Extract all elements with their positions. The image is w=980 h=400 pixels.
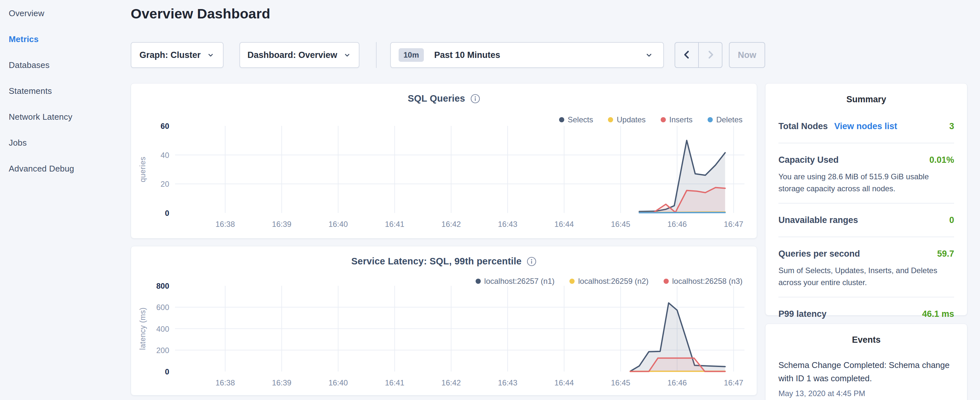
summary-row-label: Queries per second (778, 249, 860, 259)
summary-row-label: Unavailable ranges (778, 215, 858, 225)
x-tick-label: 16:39 (272, 378, 291, 387)
sql-queries-chart-card: SQL Queries SelectsUpdatesInsertsDeletes… (131, 83, 757, 239)
divider (778, 203, 954, 204)
summary-row-value: 0.01% (929, 155, 954, 165)
graph-dropdown-label: Graph: Cluster (140, 50, 200, 60)
dashboard-dropdown-label: Dashboard: Overview (248, 50, 337, 60)
chevron-down-icon (207, 51, 215, 59)
time-range-badge: 10m (399, 48, 424, 62)
y-axis-unit-label: latency (ms) (138, 308, 147, 350)
summary-row-label: Total Nodes (778, 121, 828, 131)
divider (778, 143, 954, 143)
time-step-buttons (675, 42, 722, 68)
sidebar: Overview Metrics Databases Statements Ne… (9, 6, 122, 188)
sidebar-item-overview[interactable]: Overview (9, 6, 122, 20)
events-title: Events (778, 335, 954, 345)
x-tick-label: 16:44 (555, 220, 574, 228)
summary-row-description: Sum of Selects, Updates, Inserts, and De… (778, 265, 954, 288)
x-tick-label: 16:38 (215, 378, 235, 387)
sidebar-item-statements[interactable]: Statements (9, 84, 122, 98)
chevron-down-icon (644, 51, 654, 59)
time-step-forward-button[interactable] (698, 43, 722, 67)
y-tick-label: 60 (161, 122, 169, 131)
summary-row-value: 46.1 ms (922, 309, 954, 319)
summary-row-capacity-used: Capacity Used 0.01% (778, 152, 954, 168)
x-tick-label: 16:44 (555, 378, 574, 387)
service-latency-chart: 16:3816:3916:4016:4116:4216:4316:4416:45… (131, 246, 757, 396)
event-list-item[interactable]: Schema Change Completed: Schema change w… (778, 359, 954, 398)
y-tick-label: 600 (156, 303, 169, 312)
sql-queries-chart: 16:3816:3916:4016:4116:4216:4316:4416:45… (131, 83, 757, 239)
view-nodes-list-link[interactable]: View nodes list (834, 121, 897, 131)
summary-row-label: P99 latency (778, 309, 827, 319)
sidebar-item-advanced-debug[interactable]: Advanced Debug (9, 162, 122, 175)
y-tick-label: 800 (156, 282, 169, 290)
summary-title: Summary (778, 94, 954, 105)
summary-row-p99-latency: P99 latency 46.1 ms (778, 306, 954, 322)
x-tick-label: 16:41 (385, 378, 404, 387)
chevron-right-icon (705, 49, 716, 62)
x-tick-label: 16:42 (441, 378, 461, 387)
x-tick-label: 16:46 (667, 378, 687, 387)
x-tick-label: 16:39 (272, 220, 291, 228)
y-tick-label: 400 (156, 325, 169, 333)
x-tick-label: 16:42 (441, 220, 461, 228)
time-range-label: Past 10 Minutes (434, 50, 500, 60)
summary-row-value: 59.7 (937, 249, 954, 259)
x-tick-label: 16:38 (215, 220, 235, 228)
divider (778, 237, 954, 237)
x-tick-label: 16:46 (667, 220, 687, 228)
x-tick-label: 16:47 (724, 378, 743, 387)
summary-row-unavailable-ranges: Unavailable ranges 0 (778, 212, 954, 228)
y-tick-label: 40 (161, 151, 169, 159)
y-tick-label: 0 (165, 367, 169, 376)
summary-row-value: 0 (949, 215, 954, 225)
sidebar-item-network-latency[interactable]: Network Latency (9, 110, 122, 124)
y-tick-label: 20 (161, 180, 169, 188)
summary-row-queries-per-second: Queries per second 59.7 (778, 245, 954, 262)
time-step-back-button[interactable] (675, 43, 698, 67)
event-message: Schema Change Completed: Schema change w… (778, 359, 954, 385)
summary-panel: Summary Total Nodes View nodes list 3 Ca… (765, 83, 967, 316)
event-timestamp: May 13, 2020 at 4:45 PM (778, 389, 954, 398)
summary-row-description: You are using 28.6 MiB of 515.9 GiB usab… (778, 171, 954, 194)
dashboard-dropdown[interactable]: Dashboard: Overview (239, 42, 360, 68)
x-tick-label: 16:45 (611, 220, 630, 228)
toolbar: Graph: Cluster Dashboard: Overview 10m P… (131, 42, 784, 68)
time-range-picker[interactable]: 10m Past 10 Minutes (390, 42, 664, 68)
summary-row-total-nodes: Total Nodes View nodes list 3 (778, 118, 954, 134)
graph-dropdown[interactable]: Graph: Cluster (131, 42, 224, 68)
page-title: Overview Dashboard (131, 6, 270, 22)
x-tick-label: 16:45 (611, 378, 630, 387)
chevron-left-icon (681, 49, 693, 62)
sidebar-item-jobs[interactable]: Jobs (9, 136, 122, 150)
chevron-down-icon (343, 51, 352, 59)
y-tick-label: 0 (165, 209, 169, 217)
x-tick-label: 16:43 (498, 220, 517, 228)
x-tick-label: 16:40 (328, 220, 348, 228)
service-latency-chart-card: Service Latency: SQL, 99th percentile lo… (131, 246, 757, 395)
x-tick-label: 16:40 (328, 378, 348, 387)
x-tick-label: 16:41 (385, 220, 404, 228)
sidebar-item-metrics[interactable]: Metrics (9, 32, 122, 46)
now-button[interactable]: Now (729, 42, 765, 68)
y-axis-unit-label: queries (138, 157, 147, 182)
summary-row-value: 3 (949, 121, 954, 131)
events-panel: Events Schema Change Completed: Schema c… (765, 324, 967, 400)
summary-row-label: Capacity Used (778, 155, 838, 165)
toolbar-divider (376, 42, 377, 68)
x-tick-label: 16:43 (498, 378, 517, 387)
y-tick-label: 200 (156, 346, 169, 355)
series-line (639, 213, 725, 213)
divider (778, 297, 954, 297)
x-tick-label: 16:47 (724, 220, 743, 228)
sidebar-item-databases[interactable]: Databases (9, 58, 122, 72)
